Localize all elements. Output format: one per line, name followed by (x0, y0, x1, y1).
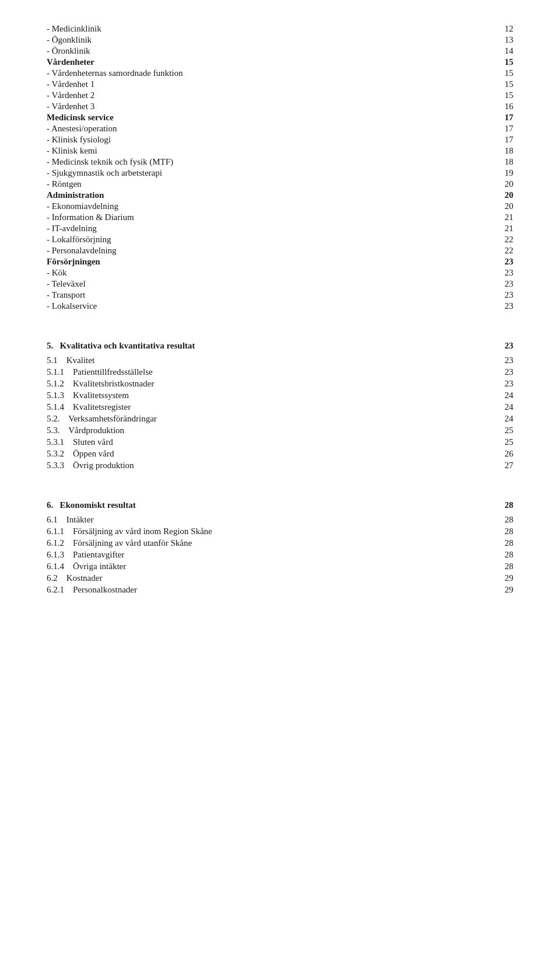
section-title: 6. Ekonomiskt resultat (47, 500, 136, 510)
toc-label: - Vårdenheternas samordnade funktion (47, 68, 490, 78)
toc-line: - Vårdenhet 215 (47, 90, 513, 101)
subsection-line: 5.1.4 Kvalitetsregister24 (47, 401, 513, 413)
subsection-line: 5.3.1 Sluten vård25 (47, 436, 513, 448)
toc-label: - Televäxel (47, 279, 490, 289)
subsection-page: 23 (490, 367, 513, 377)
subsection-line: 5.1.1 Patienttillfredsställelse23 (47, 366, 513, 378)
toc-line: Försörjningen23 (47, 256, 513, 267)
toc-label: - Information & Diarium (47, 212, 490, 222)
toc-label: - Klinisk kemi (47, 146, 490, 156)
toc-page: 17 (490, 113, 513, 123)
toc-line: - Information & Diarium21 (47, 212, 513, 223)
subsection-label: 5.1 Kvalitet (47, 355, 490, 365)
toc-label: - Lokalförsörjning (47, 235, 490, 245)
subsection-line: 6.1 Intäkter28 (47, 514, 513, 525)
toc-page: 15 (490, 57, 513, 67)
subsection-label: 6.1.2 Försäljning av vård utanför Skåne (47, 538, 490, 548)
subsection-label: 5.3. Vårdproduktion (47, 426, 490, 435)
subsection-line: 5.3.2 Öppen vård26 (47, 448, 513, 459)
subsection-label: 5.3.2 Öppen vård (47, 449, 490, 459)
subsection-label: 6.1.1 Försäljning av vård inom Region Sk… (47, 527, 490, 536)
subsection-label: 5.1.2 Kvalitetsbristkostnader (47, 379, 490, 389)
subsection-line: 5.3. Vårdproduktion25 (47, 424, 513, 436)
toc-label: - Vårdenhet 1 (47, 79, 490, 89)
toc-top-section: - Medicinklinik12- Ögonklinik13- Öronkli… (47, 23, 513, 312)
toc-page: 23 (490, 279, 513, 289)
toc-label: - Kök (47, 268, 490, 278)
subsection-line: 6.1.4 Övriga intäkter28 (47, 560, 513, 572)
toc-page: 23 (490, 257, 513, 267)
toc-line: - IT-avdelning21 (47, 223, 513, 234)
toc-line: Medicinsk service17 (47, 112, 513, 123)
subsection-label: 6.1.3 Patientavgifter (47, 550, 490, 560)
subsection-line: 6.2 Kostnader29 (47, 572, 513, 584)
toc-label: - Ekonomiavdelning (47, 201, 490, 211)
toc-line: - Sjukgymnastik och arbetsterapi19 (47, 168, 513, 179)
subsection-page: 28 (490, 562, 513, 571)
toc-label: - Personalavdelning (47, 246, 490, 256)
toc-label: Försörjningen (47, 257, 490, 267)
toc-line: Administration20 (47, 190, 513, 201)
toc-label: Medicinsk service (47, 113, 490, 123)
subsection-label: 5.3.3 Övrig produktion (47, 461, 490, 470)
subsection-line: 6.2.1 Personalkostnader29 (47, 584, 513, 595)
toc-label: - Sjukgymnastik och arbetsterapi (47, 168, 490, 178)
toc-line: - Ekonomiavdelning20 (47, 201, 513, 212)
toc-line: - Lokalservice23 (47, 301, 513, 312)
subsection-line: 6.1.2 Försäljning av vård utanför Skåne2… (47, 537, 513, 549)
subsection-line: 5.1.2 Kvalitetsbristkostnader23 (47, 378, 513, 389)
toc-label: - IT-avdelning (47, 224, 490, 233)
toc-page: 15 (490, 68, 513, 78)
subsection-line: 5.1.3 Kvalitetssystem24 (47, 389, 513, 401)
toc-line: - Klinisk fysiologi17 (47, 134, 513, 145)
subsection-page: 29 (490, 585, 513, 595)
toc-label: Administration (47, 190, 490, 200)
subsection-label: 5.3.1 Sluten vård (47, 437, 490, 447)
subsection-label: 5.1.1 Patienttillfredsställelse (47, 367, 490, 377)
subsection-page: 23 (490, 379, 513, 389)
toc-label: - Medicinsk teknik och fysik (MTF) (47, 157, 490, 167)
toc-page: 23 (490, 301, 513, 311)
toc-page: 17 (490, 135, 513, 145)
subsection-page: 25 (490, 426, 513, 435)
toc-label: - Ögonklinik (47, 35, 490, 45)
toc-line: - Medicinklinik12 (47, 23, 513, 34)
toc-label: - Röntgen (47, 179, 490, 189)
subsection-line: 5.2. Verksamhetsförändringar24 (47, 413, 513, 424)
toc-page: 16 (490, 102, 513, 111)
toc-label: Vårdenheter (47, 57, 490, 67)
section-title: 5. Kvalitativa och kvantitativa resultat (47, 341, 195, 351)
subsection-label: 5.2. Verksamhetsförändringar (47, 414, 490, 424)
toc-page: 21 (490, 212, 513, 222)
toc-line: - Televäxel23 (47, 278, 513, 290)
toc-label: - Klinisk fysiologi (47, 135, 490, 145)
toc-label: - Öronklinik (47, 46, 490, 56)
toc-line: - Klinisk kemi18 (47, 145, 513, 156)
toc-line: - Transport23 (47, 290, 513, 301)
toc-label: - Medicinklinik (47, 24, 490, 34)
section-page: 28 (505, 500, 513, 510)
toc-page: 21 (490, 224, 513, 233)
toc-page: 15 (490, 79, 513, 89)
subsection-line: 6.1.3 Patientavgifter28 (47, 549, 513, 560)
toc-line: - Röntgen20 (47, 179, 513, 190)
toc-page: 19 (490, 168, 513, 178)
toc-page: 22 (490, 246, 513, 256)
subsection-page: 27 (490, 461, 513, 470)
subsection-label: 6.1 Intäkter (47, 515, 490, 525)
subsection-page: 24 (490, 414, 513, 424)
toc-sections: 5. Kvalitativa och kvantitativa resultat… (47, 341, 513, 595)
toc-line: - Personalavdelning22 (47, 245, 513, 256)
subsection-label: 6.1.4 Övriga intäkter (47, 562, 490, 571)
toc-label: - Vårdenhet 3 (47, 102, 490, 111)
toc-label: - Transport (47, 290, 490, 300)
subsection-line: 6.1.1 Försäljning av vård inom Region Sk… (47, 525, 513, 537)
toc-page: 17 (490, 124, 513, 134)
toc-page: 18 (490, 157, 513, 167)
section-block: 5. Kvalitativa och kvantitativa resultat… (47, 341, 513, 471)
toc-page: 20 (490, 179, 513, 189)
section-block: 6. Ekonomiskt resultat286.1 Intäkter286.… (47, 500, 513, 595)
subsection-page: 23 (490, 355, 513, 365)
subsection-label: 6.2.1 Personalkostnader (47, 585, 490, 595)
toc-line: - Medicinsk teknik och fysik (MTF)18 (47, 156, 513, 168)
